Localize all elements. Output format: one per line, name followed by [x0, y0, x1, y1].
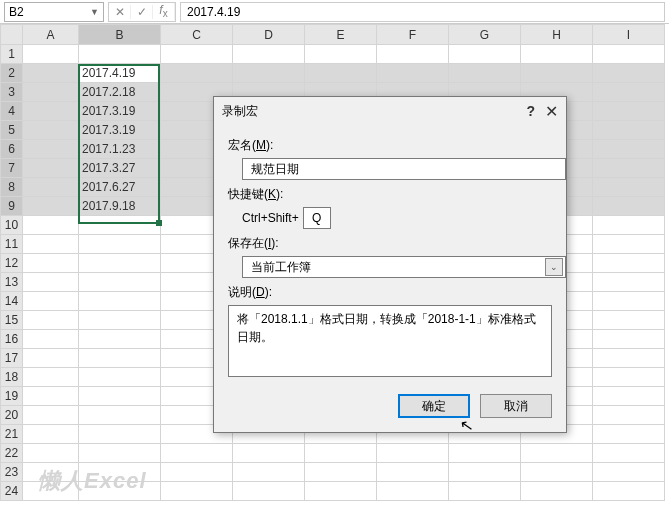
cell[interactable]: [377, 444, 449, 463]
cell[interactable]: [23, 349, 79, 368]
row-header[interactable]: 19: [1, 387, 23, 406]
cell[interactable]: [593, 463, 665, 482]
enter-icon[interactable]: ✓: [131, 5, 153, 19]
cell[interactable]: [593, 254, 665, 273]
cell[interactable]: [593, 216, 665, 235]
cell[interactable]: [305, 45, 377, 64]
cell[interactable]: [23, 387, 79, 406]
row-header[interactable]: 6: [1, 140, 23, 159]
cell[interactable]: [593, 273, 665, 292]
row-header[interactable]: 14: [1, 292, 23, 311]
col-header[interactable]: B: [79, 25, 161, 45]
fx-icon[interactable]: fx: [153, 3, 175, 19]
col-header[interactable]: C: [161, 25, 233, 45]
cell[interactable]: [79, 216, 161, 235]
cell[interactable]: [23, 159, 79, 178]
col-header[interactable]: A: [23, 25, 79, 45]
cell[interactable]: 2017.1.23: [79, 140, 161, 159]
cell[interactable]: [521, 482, 593, 501]
cell[interactable]: [79, 311, 161, 330]
cell[interactable]: [593, 311, 665, 330]
cell[interactable]: [449, 444, 521, 463]
cell[interactable]: [79, 254, 161, 273]
cell[interactable]: 2017.9.18: [79, 197, 161, 216]
col-header[interactable]: H: [521, 25, 593, 45]
cell[interactable]: [593, 159, 665, 178]
name-box[interactable]: B2 ▼: [4, 2, 104, 22]
formula-input[interactable]: 2017.4.19: [180, 2, 665, 22]
row-header[interactable]: 12: [1, 254, 23, 273]
cell[interactable]: [23, 406, 79, 425]
cell[interactable]: [23, 444, 79, 463]
cell[interactable]: [79, 406, 161, 425]
row-header[interactable]: 21: [1, 425, 23, 444]
chevron-down-icon[interactable]: ▼: [90, 7, 99, 17]
cell[interactable]: [377, 45, 449, 64]
row-header[interactable]: 8: [1, 178, 23, 197]
macro-name-input[interactable]: [242, 158, 566, 180]
cell[interactable]: 2017.3.19: [79, 102, 161, 121]
cell[interactable]: [23, 83, 79, 102]
cell[interactable]: [593, 121, 665, 140]
description-input[interactable]: 将「2018.1.1」格式日期，转换成「2018-1-1」标准格式日期。: [228, 305, 552, 377]
cell[interactable]: [79, 425, 161, 444]
cell[interactable]: [233, 444, 305, 463]
cell[interactable]: [449, 45, 521, 64]
row-header[interactable]: 24: [1, 482, 23, 501]
cell[interactable]: [79, 349, 161, 368]
cell[interactable]: [161, 444, 233, 463]
cell[interactable]: [521, 64, 593, 83]
cell[interactable]: [79, 387, 161, 406]
cell[interactable]: [233, 482, 305, 501]
cell[interactable]: [79, 45, 161, 64]
cell[interactable]: [305, 64, 377, 83]
cell[interactable]: [23, 368, 79, 387]
cell[interactable]: [521, 463, 593, 482]
col-header[interactable]: I: [593, 25, 665, 45]
cell[interactable]: 2017.6.27: [79, 178, 161, 197]
help-icon[interactable]: ?: [526, 103, 535, 119]
cell[interactable]: [23, 292, 79, 311]
cell[interactable]: [593, 368, 665, 387]
row-header[interactable]: 11: [1, 235, 23, 254]
cell[interactable]: [305, 482, 377, 501]
row-header[interactable]: 2: [1, 64, 23, 83]
cell[interactable]: [23, 197, 79, 216]
close-icon[interactable]: ✕: [545, 102, 558, 121]
cell[interactable]: [233, 45, 305, 64]
row-header[interactable]: 20: [1, 406, 23, 425]
chevron-down-icon[interactable]: ⌄: [545, 258, 563, 276]
cell[interactable]: [23, 216, 79, 235]
row-header[interactable]: 13: [1, 273, 23, 292]
cell[interactable]: [161, 463, 233, 482]
cell[interactable]: [23, 330, 79, 349]
cell[interactable]: [593, 444, 665, 463]
select-all-corner[interactable]: [1, 25, 23, 45]
cell[interactable]: [593, 64, 665, 83]
row-header[interactable]: 23: [1, 463, 23, 482]
cell[interactable]: [23, 45, 79, 64]
row-header[interactable]: 22: [1, 444, 23, 463]
cancel-button[interactable]: 取消: [480, 394, 552, 418]
cell[interactable]: [23, 121, 79, 140]
cell[interactable]: [23, 425, 79, 444]
ok-button[interactable]: 确定: [398, 394, 470, 418]
row-header[interactable]: 7: [1, 159, 23, 178]
cell[interactable]: [23, 273, 79, 292]
col-header[interactable]: G: [449, 25, 521, 45]
row-header[interactable]: 5: [1, 121, 23, 140]
cell[interactable]: [79, 368, 161, 387]
fill-handle[interactable]: [156, 220, 162, 226]
row-header[interactable]: 18: [1, 368, 23, 387]
cell[interactable]: [377, 64, 449, 83]
cell[interactable]: [23, 178, 79, 197]
cell[interactable]: [377, 463, 449, 482]
cell[interactable]: [233, 64, 305, 83]
row-header[interactable]: 15: [1, 311, 23, 330]
row-header[interactable]: 17: [1, 349, 23, 368]
cancel-icon[interactable]: ✕: [109, 5, 131, 19]
cell[interactable]: 2017.3.19: [79, 121, 161, 140]
cell[interactable]: 2017.3.27: [79, 159, 161, 178]
cell[interactable]: [593, 197, 665, 216]
row-header[interactable]: 4: [1, 102, 23, 121]
